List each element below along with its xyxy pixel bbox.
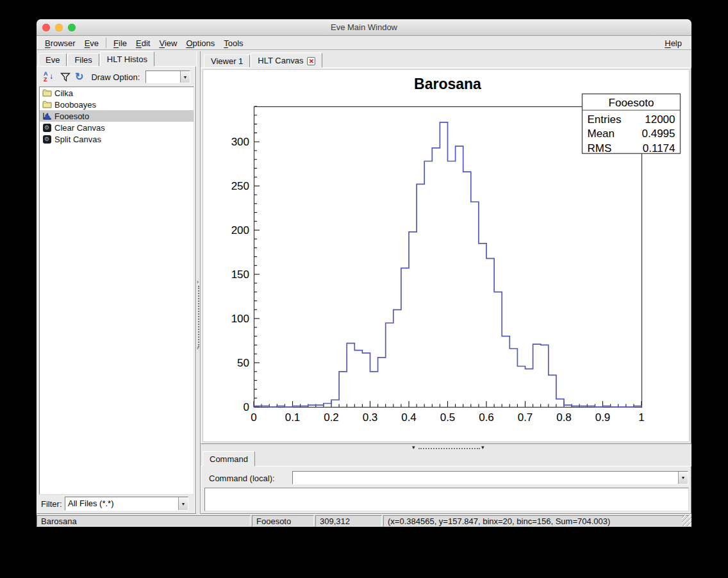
command-local-label: Command (local): [209, 474, 275, 483]
y-tick-label: 150 [231, 268, 249, 281]
menu-file[interactable]: File [109, 37, 131, 49]
filter-row: Filter: All Files (*.*) ▼ [37, 495, 197, 512]
histogram-svg: Barosana05010015020025030000.10.20.30.40… [203, 70, 690, 443]
tab-command[interactable]: Command [203, 451, 255, 466]
histogram-line [254, 122, 641, 407]
menu-help[interactable]: Help [660, 37, 686, 49]
macro-icon: ⚙ [42, 135, 52, 144]
menu-bar: BrowserEveFileEditViewOptionsTools Help [37, 36, 691, 50]
splitter-dots [418, 448, 480, 449]
y-tick-label: 100 [231, 313, 249, 325]
chevron-down-icon[interactable]: ▼ [180, 71, 190, 83]
status-section-2: 309,312 [315, 515, 382, 527]
tree-item-clear-canvas[interactable]: ⚙Clear Canvas [40, 122, 194, 133]
screenshot-stage: Eve Main Window BrowserEveFileEditViewOp… [0, 0, 728, 578]
splitter-collapse-icon[interactable]: ▾ [412, 444, 415, 450]
filter-combobox[interactable]: All Files (*.*) ▼ [65, 497, 188, 511]
folder-icon [42, 100, 52, 109]
command-input-value [293, 472, 678, 484]
draw-option-combobox[interactable]: ▼ [145, 70, 190, 83]
stats-row-value: 12000 [645, 113, 675, 126]
draw-option-value [146, 71, 180, 83]
tree-item-booboayes[interactable]: Booboayes [40, 99, 194, 110]
stats-row-label: Mean [588, 128, 615, 140]
stats-row-label: Entries [588, 113, 622, 126]
y-tick-label: 300 [231, 136, 249, 148]
status-section-1: Fooesoto [252, 515, 314, 527]
splitter-collapse-icon[interactable]: › [197, 279, 199, 285]
tree-item-label: Clear Canvas [54, 123, 105, 133]
tree-item-fooesoto[interactable]: Fooesoto [40, 110, 194, 122]
main-area: Viewer 1HLT Canvas✕ Barosana050100150200… [201, 53, 691, 514]
tree-item-label: Split Canvas [54, 135, 101, 144]
sidebar-tab-bar: EveFilesHLT Histos [38, 51, 155, 66]
x-tick-label: 0.3 [363, 411, 378, 424]
sidebar: EveFilesHLT Histos AZ↓ ↻ Draw Option: ▼ [37, 51, 196, 514]
tree-item-split-canvas[interactable]: ⚙Split Canvas [40, 133, 194, 145]
draw-option-label: Draw Option: [91, 72, 140, 82]
command-tab-bar: Command [203, 451, 256, 466]
refresh-icon[interactable]: ↻ [75, 72, 83, 82]
canvas-tab-hlt-canvas[interactable]: HLT Canvas✕ [251, 53, 322, 67]
stats-title: Fooesoto [609, 97, 654, 109]
sidebar-content: AZ↓ ↻ Draw Option: ▼ CilkaBooboayesFooes… [37, 66, 196, 514]
status-section-3: (x=0.384565, y=157.847, binx=20, binc=15… [383, 515, 690, 527]
macro-icon: ⚙ [42, 123, 52, 132]
command-input-combobox[interactable]: ▼ [292, 471, 688, 484]
menu-browser[interactable]: Browser [40, 37, 80, 49]
canvas-holder: Barosana05010015020025030000.10.20.30.40… [201, 67, 691, 444]
x-tick-label: 0.9 [595, 411, 611, 424]
command-output-box[interactable] [204, 488, 689, 511]
menu-view[interactable]: View [154, 37, 181, 49]
stats-box: FooesotoEntries12000Mean0.4995RMS0.1174 [583, 94, 681, 154]
x-tick-label: 0.7 [518, 411, 533, 424]
status-section-0: Barosana [37, 515, 251, 527]
splitter-collapse-icon[interactable]: › [197, 345, 199, 351]
sort-icon[interactable]: AZ↓ [43, 70, 56, 83]
vertical-splitter[interactable]: › › [196, 51, 201, 514]
x-tick-label: 0 [251, 411, 256, 424]
y-tick-label: 50 [237, 357, 249, 369]
splitter-collapse-icon[interactable]: ▾ [481, 444, 484, 450]
x-tick-label: 0.1 [285, 411, 301, 424]
stats-row-label: RMS [588, 142, 612, 154]
menu-options[interactable]: Options [181, 37, 219, 49]
filter-value: All Files (*.*) [65, 497, 178, 510]
menu-eve[interactable]: Eve [80, 37, 103, 49]
filter-icon[interactable] [60, 72, 70, 82]
resize-grip-icon[interactable] [682, 515, 691, 526]
menu-tools[interactable]: Tools [219, 37, 247, 49]
sidebar-tab-hlt-histos[interactable]: HLT Histos [100, 51, 154, 66]
tree-item-cilka[interactable]: Cilka [40, 87, 194, 99]
object-tree: CilkaBooboayesFooesoto⚙Clear Canvas⚙Spli… [39, 87, 194, 495]
canvas-tab-bar: Viewer 1HLT Canvas✕ [204, 53, 323, 67]
sidebar-tab-eve[interactable]: Eve [38, 53, 67, 66]
chevron-down-icon[interactable]: ▼ [678, 472, 688, 484]
command-content: Command (local): ▼ [201, 466, 691, 514]
stats-row-value: 0.1174 [643, 142, 675, 154]
sidebar-tab-files[interactable]: Files [67, 53, 99, 66]
filter-label: Filter: [41, 499, 62, 509]
status-bar: BarosanaFooesoto309,312(x=0.384565, y=15… [37, 514, 691, 527]
close-tab-wrap: ✕ [307, 57, 315, 65]
splitter-dots [198, 286, 199, 347]
x-tick-label: 0.5 [440, 411, 456, 424]
canvas-tab-viewer-1[interactable]: Viewer 1 [204, 54, 250, 67]
x-tick-label: 0.6 [479, 411, 494, 424]
command-panel: Command Command (local): ▼ [201, 451, 691, 514]
tree-item-label: Fooesoto [54, 111, 89, 121]
eve-main-window: Eve Main Window BrowserEveFileEditViewOp… [37, 19, 691, 527]
sidebar-toolbar: AZ↓ ↻ Draw Option: ▼ [38, 68, 194, 86]
histogram-icon [42, 111, 52, 120]
x-tick-label: 0.4 [401, 411, 417, 424]
menu-items: BrowserEveFileEditViewOptionsTools [40, 36, 248, 50]
menu-edit[interactable]: Edit [131, 37, 154, 49]
close-tab-icon[interactable]: ✕ [307, 57, 315, 65]
title-bar[interactable]: Eve Main Window [37, 19, 691, 36]
tree-item-label: Booboayes [54, 100, 96, 110]
x-tick-label: 0.8 [556, 411, 572, 424]
chevron-down-icon[interactable]: ▼ [178, 497, 188, 510]
x-tick-label: 0.2 [324, 411, 339, 424]
y-tick-label: 0 [244, 401, 249, 413]
root-canvas[interactable]: Barosana05010015020025030000.10.20.30.40… [203, 69, 690, 442]
